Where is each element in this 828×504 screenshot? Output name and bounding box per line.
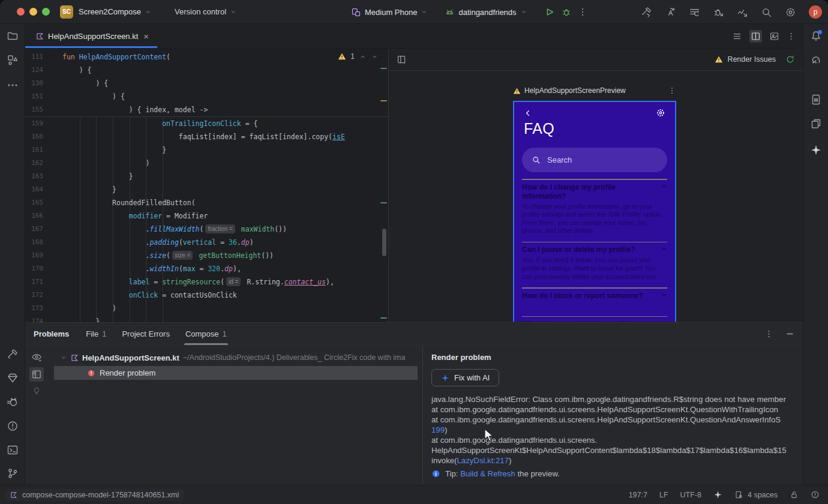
faq-question[interactable]: Why did my match disappear? — [522, 320, 667, 322]
close-tab-icon[interactable]: × — [143, 31, 149, 41]
code-line[interactable]: 111fun HelpAndSupportContent( — [25, 50, 388, 64]
code-line[interactable]: 165 RoundedFilledButton( — [25, 196, 388, 209]
more-tool-windows-icon[interactable] — [7, 79, 19, 91]
unlocked-icon[interactable] — [790, 490, 799, 499]
panel-options-icon[interactable] — [764, 329, 773, 338]
git-tool-icon[interactable] — [7, 467, 19, 479]
more-actions-icon[interactable] — [578, 7, 587, 17]
build-run-icon[interactable] — [641, 7, 652, 18]
code-line[interactable]: 167 .fillMaxWidth(fraction = maxWidth()) — [25, 223, 388, 236]
refresh-preview-icon[interactable] — [785, 55, 795, 64]
preview-toggle-button[interactable] — [29, 367, 44, 382]
preview-card-menu-icon[interactable] — [668, 86, 676, 95]
logcat-icon[interactable] — [7, 396, 19, 408]
code-line[interactable]: 159 onTrailingIconClick = { — [25, 117, 388, 130]
notifications-button[interactable] — [810, 30, 822, 42]
build-tool-icon[interactable] — [7, 349, 19, 361]
code-line[interactable]: 130 ) { — [25, 77, 388, 90]
code-line[interactable]: 161 } — [25, 143, 388, 157]
inspection-widget[interactable]: 1 — [338, 52, 379, 61]
render-problem-label: Render problem — [100, 368, 155, 377]
build-refresh-link[interactable]: Build & Refresh — [460, 469, 515, 478]
code-line[interactable]: 168 .padding(vertical = 36.dp) — [25, 236, 388, 249]
zoom-window-button[interactable] — [42, 8, 50, 16]
device-manager-icon[interactable] — [810, 94, 822, 106]
code-line[interactable]: 171 label = stringResource(id = R.string… — [25, 275, 388, 289]
project-menu[interactable]: Screen2Compose — [79, 7, 152, 16]
editor-options-icon[interactable] — [787, 32, 796, 41]
code-line[interactable]: 172 onClick = contactUsOnClick — [25, 289, 388, 302]
next-issue-icon[interactable] — [371, 53, 379, 61]
resource-manager-icon[interactable] — [7, 54, 19, 66]
profiler-icon[interactable] — [737, 7, 748, 18]
design-view-icon[interactable] — [769, 31, 779, 41]
preview-card-title: HelpAndSupportScreenPreview — [524, 86, 626, 95]
code-line[interactable]: 163 } — [25, 170, 388, 183]
tab-project-errors[interactable]: Project Errors — [122, 323, 169, 345]
code-editor[interactable]: 1 111fun HelpAndSupportContent(124 ) {13… — [25, 49, 389, 322]
app-insights-icon[interactable] — [7, 372, 19, 384]
device-selector[interactable]: Medium Phone — [351, 7, 428, 17]
prev-issue-icon[interactable] — [359, 53, 367, 61]
preview-phone-frame[interactable]: FAQ Search How do I change my profile in… — [513, 101, 676, 322]
search-everywhere-icon[interactable] — [761, 7, 772, 18]
status-file-widget[interactable]: compose-compose-model-1758748140651.xml — [5, 489, 184, 501]
project-folder-icon[interactable] — [7, 30, 19, 42]
code-line[interactable]: 169 .size(size = getButtonHeight()) — [25, 249, 388, 262]
faq-search-field: Search — [522, 148, 667, 172]
code-line[interactable]: 174 } — [25, 315, 388, 322]
caret-position[interactable]: 197:7 — [629, 491, 647, 499]
attach-debugger-icon[interactable] — [713, 7, 724, 18]
faq-question[interactable]: How do I change my profile information? — [522, 183, 667, 201]
lightbulb-icon[interactable] — [32, 386, 41, 396]
split-view-toggle[interactable] — [749, 30, 762, 43]
indent-widget[interactable]: 4 spaces — [734, 490, 778, 499]
stack-trace-link[interactable]: 199 — [431, 425, 445, 434]
settings-gear-icon[interactable] — [785, 7, 796, 18]
problems-file-row[interactable]: HelpAndSupportScreen.kt ~/AndroidStudioP… — [48, 350, 422, 365]
terminal-tool-icon[interactable] — [7, 444, 19, 456]
layout-inspector-icon[interactable] — [810, 118, 822, 130]
fix-with-ai-button[interactable]: Fix with AI — [431, 369, 499, 386]
task-list-icon[interactable] — [689, 7, 700, 18]
tab-file[interactable]: File 1 — [86, 323, 106, 345]
minimize-window-button[interactable] — [29, 8, 37, 16]
code-line[interactable]: 170 .widthIn(max = 320.dp), — [25, 262, 388, 275]
run-config-selector[interactable]: datingandfriends — [445, 7, 527, 17]
editor-scrollbar[interactable] — [382, 229, 386, 256]
run-button[interactable] — [544, 7, 555, 17]
faq-question[interactable]: How do I block or report someone? — [522, 292, 667, 301]
preview-layout-icon[interactable] — [397, 55, 407, 65]
code-line[interactable]: 164 } — [25, 183, 388, 196]
debug-button[interactable] — [561, 7, 572, 17]
tab-helpandsupportscreen[interactable]: HelpAndSupportScreen.kt × — [25, 24, 157, 48]
warning-mark — [380, 100, 387, 101]
rename-refactor-icon[interactable] — [665, 7, 676, 18]
problems-status-icon[interactable] — [811, 490, 820, 499]
code-line[interactable]: 162 ) — [25, 157, 388, 170]
code-view-icon[interactable] — [732, 31, 742, 41]
gemini-sparkle-icon[interactable] — [810, 144, 822, 156]
render-issues-button[interactable]: Render Issues — [715, 55, 776, 64]
hide-panel-icon[interactable] — [785, 329, 794, 338]
close-window-button[interactable] — [17, 8, 25, 16]
code-line[interactable]: 160 faqList[index] = faqList[index].copy… — [25, 130, 388, 143]
file-encoding[interactable]: UTF-8 — [680, 491, 701, 499]
problems-tool-icon[interactable] — [7, 420, 19, 432]
code-line[interactable]: 124 ) { — [25, 64, 388, 77]
user-avatar[interactable]: p — [809, 5, 822, 19]
code-token: ( — [200, 225, 204, 233]
line-ending[interactable]: LF — [659, 491, 668, 499]
ai-assistant-icon[interactable] — [713, 490, 722, 499]
tab-compose[interactable]: Compose 1 — [185, 323, 227, 345]
code-line[interactable]: 151 ) { — [25, 90, 388, 103]
faq-question[interactable]: Can I pause or delete my profile? — [522, 245, 667, 254]
code-line[interactable]: 166 modifier = Modifier — [25, 209, 388, 223]
vcs-menu[interactable]: Version control — [175, 7, 237, 16]
view-options-eye-icon[interactable] — [31, 352, 42, 362]
render-problem-row[interactable]: Render problem — [54, 366, 418, 380]
stack-trace-link[interactable]: LazyDsl.kt:217 — [457, 456, 509, 465]
code-line[interactable]: 173 ) — [25, 302, 388, 315]
gradle-icon[interactable] — [810, 54, 822, 66]
code-line[interactable]: 155 ) { index, model -> — [25, 103, 388, 116]
